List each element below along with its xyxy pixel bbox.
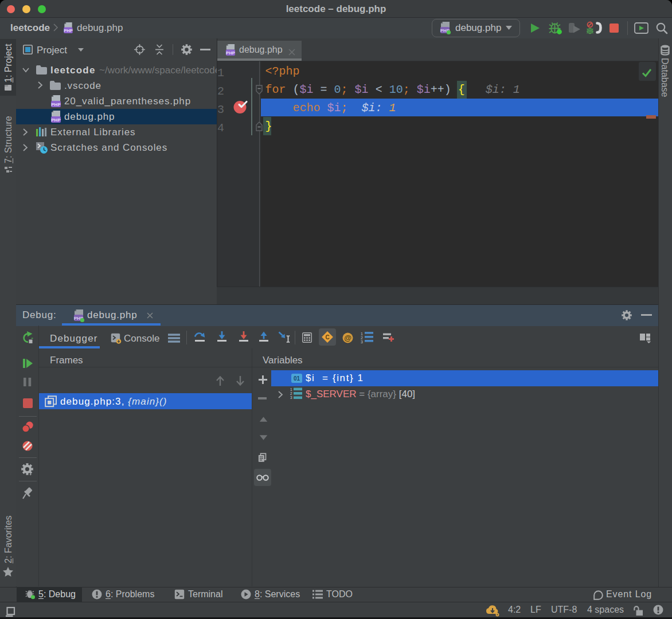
svg-text:2: 2 xyxy=(361,336,363,340)
svg-text:3: 3 xyxy=(361,340,363,344)
svg-text:2: 2 xyxy=(290,391,292,395)
svg-text:PHP: PHP xyxy=(64,28,73,33)
svg-text:3: 3 xyxy=(290,395,292,399)
svg-text:1: 1 xyxy=(290,387,292,391)
svg-text:@: @ xyxy=(344,334,351,342)
svg-text:PHP: PHP xyxy=(226,50,235,56)
svg-text:01: 01 xyxy=(294,375,300,382)
svg-text:PHP: PHP xyxy=(51,117,61,123)
svg-text:C: C xyxy=(325,334,329,340)
svg-text:PHP: PHP xyxy=(51,102,61,107)
svg-text:1: 1 xyxy=(361,332,363,336)
